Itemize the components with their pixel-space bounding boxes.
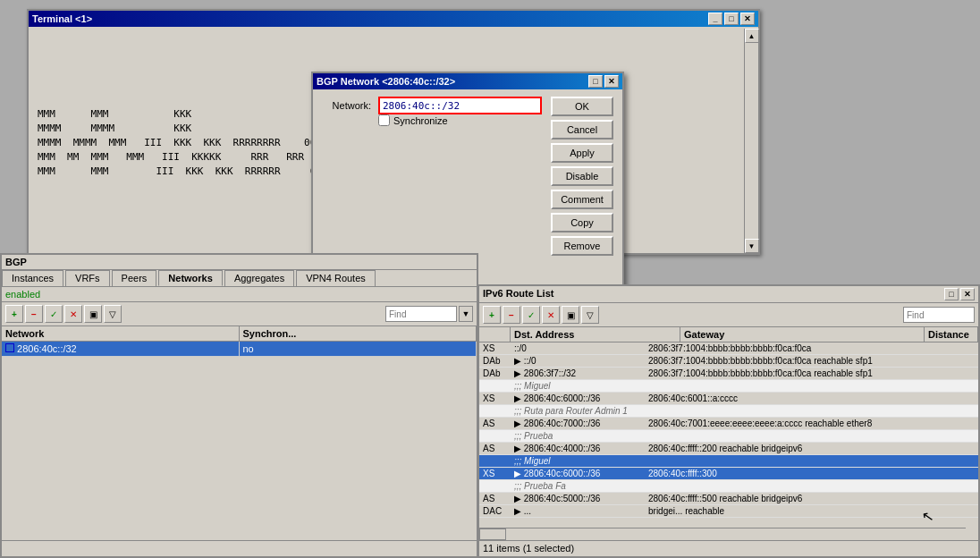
- ipv6-td-dist-7: [929, 493, 978, 504]
- ipv6-status-bar: 11 items (1 selected): [479, 540, 978, 556]
- apply-button[interactable]: Apply: [551, 143, 613, 163]
- ipv6-td-type-2: DAb: [479, 368, 511, 379]
- bgp-dialog-titlebar: BGP Network <2806:40c::/32> □ ✕: [313, 73, 622, 89]
- ipv6-row-comment-miguel-1: ;;; Miguel: [479, 380, 978, 393]
- ipv6-td-type-0: XS: [479, 342, 511, 354]
- ipv6-close-btn[interactable]: ✕: [960, 288, 975, 300]
- hscroll-thumb[interactable]: [479, 528, 506, 540]
- ipv6-td-comment-3: ;;; Prueba: [511, 430, 978, 442]
- ipv6-title-buttons: □ ✕: [944, 288, 975, 300]
- remove-button[interactable]: Remove: [551, 236, 613, 256]
- ipv6-td-dist-0: [929, 342, 978, 354]
- copy-button[interactable]: Copy: [551, 213, 613, 232]
- disable-button[interactable]: ✕: [64, 305, 82, 323]
- ipv6-td-dist-2: [929, 368, 978, 379]
- ipv6-filter-btn[interactable]: ▽: [581, 306, 599, 324]
- ipv6-td-gw-5: 2806:40c:ffff::200 reachable bridgeipv6: [645, 443, 929, 454]
- ipv6-row-comment-prueba: ;;; Prueba: [479, 430, 978, 443]
- terminal-scrollbar[interactable]: ▲ ▼: [744, 29, 758, 253]
- ipv6-td-type-8: DAC: [479, 505, 511, 517]
- ipv6-td-type-4: AS: [479, 418, 511, 429]
- ipv6-row-comment-ruta: ;;; Ruta para Router Admin 1: [479, 405, 978, 418]
- synchronize-checkbox[interactable]: [378, 114, 390, 126]
- ipv6-td-dist-3: [929, 393, 978, 404]
- terminal-titlebar: Terminal <1> _ □ ✕: [29, 11, 758, 27]
- ipv6-td-type-c3: [479, 430, 511, 442]
- ipv6-enable-btn[interactable]: ✓: [522, 306, 540, 324]
- terminal-close-btn[interactable]: ✕: [740, 13, 755, 25]
- terminal-title: Terminal <1>: [32, 13, 92, 24]
- ipv6-td-gw-2: 2806:3f7:1004:bbbb:bbbb:bbbb:f0ca:f0ca r…: [645, 368, 929, 379]
- filter-icon: ▽: [106, 308, 119, 320]
- tab-networks[interactable]: Networks: [158, 270, 223, 286]
- ipv6-td-type-c2: [479, 405, 511, 417]
- ipv6-hscrollbar[interactable]: [479, 528, 966, 540]
- ipv6-disable-btn[interactable]: ✕: [542, 306, 560, 324]
- ok-button[interactable]: OK: [551, 97, 613, 116]
- bgp-tab-bar: Instances VRFs Peers Networks Aggregates…: [2, 270, 477, 287]
- ipv6-row-1[interactable]: DAb ▶ ::/0 2806:3f7:1004:bbbb:bbbb:bbbb:…: [479, 355, 978, 368]
- ipv6-add-btn[interactable]: +: [483, 306, 501, 324]
- ipv6-td-type-1: DAb: [479, 355, 511, 367]
- ipv6-td-dist-5: [929, 443, 978, 454]
- cancel-button[interactable]: Cancel: [551, 120, 613, 140]
- ipv6-row-8[interactable]: DAC ▶ ... bridgei... reachable: [479, 505, 978, 518]
- settings-button[interactable]: ▣: [84, 305, 102, 323]
- bgp-status-bar: [2, 540, 477, 556]
- bgp-search-input[interactable]: [385, 306, 457, 322]
- search-dropdown[interactable]: ▼: [459, 306, 473, 322]
- comment-button[interactable]: Comment: [551, 190, 613, 209]
- ipv6-td-dist-6: [929, 468, 978, 479]
- tab-aggregates[interactable]: Aggregates: [224, 270, 294, 286]
- ipv6-search-input[interactable]: [903, 307, 975, 323]
- bgp-table-header: Network Synchron...: [2, 326, 477, 342]
- ipv6-row-4[interactable]: AS ▶ 2806:40c:7000::/36 2806:40c:7001:ee…: [479, 418, 978, 430]
- terminal-scroll-up[interactable]: ▲: [745, 29, 759, 43]
- synchronize-label: Synchronize: [393, 115, 448, 126]
- ipv6-td-gw-3: 2806:40c:6001::a:cccc: [645, 393, 929, 404]
- bgp-panel-titlebar: BGP: [2, 255, 477, 270]
- bgp-dialog-maximize-btn[interactable]: □: [588, 75, 603, 88]
- tab-vrfs[interactable]: VRFs: [65, 270, 110, 286]
- network-field-row: Network:: [322, 97, 542, 114]
- disable-button[interactable]: Disable: [551, 166, 613, 186]
- bgp-enabled-badge: enabled: [2, 287, 477, 302]
- td-network-value: 2806:40c::/32: [17, 343, 77, 354]
- ipv6-row-7[interactable]: AS ▶ 2806:40c:5000::/36 2806:40c:ffff::5…: [479, 493, 978, 505]
- bgp-dialog-close-btn[interactable]: ✕: [604, 75, 619, 88]
- ipv6-titlebar: IPv6 Route List □ ✕: [479, 286, 978, 303]
- terminal-maximize-btn[interactable]: □: [724, 13, 739, 25]
- filter-button[interactable]: ▽: [104, 305, 122, 323]
- tab-instances[interactable]: Instances: [2, 270, 63, 286]
- ipv6-settings-btn[interactable]: ▣: [562, 306, 579, 324]
- ipv6-title: IPv6 Route List: [483, 288, 553, 300]
- ipv6-maximize-btn[interactable]: □: [944, 288, 959, 300]
- bgp-table-row-0[interactable]: 2806:40c::/32 no: [2, 342, 477, 357]
- td-sync-value: no: [240, 342, 477, 356]
- network-input[interactable]: [378, 97, 542, 114]
- remove-button[interactable]: −: [25, 305, 43, 323]
- terminal-scroll-down[interactable]: ▼: [745, 239, 759, 253]
- terminal-minimize-btn[interactable]: _: [708, 13, 722, 25]
- ipv6-td-addr-4: ▶ 2806:40c:7000::/36: [511, 418, 645, 429]
- tab-vpn4-routes[interactable]: VPN4 Routes: [296, 270, 376, 286]
- ipv6-td-dist-4: [929, 418, 978, 429]
- ipv6-row-6[interactable]: XS ▶ 2806:40c:6000::/36 2806:40c:ffff::3…: [479, 468, 978, 480]
- ipv6-row-3[interactable]: XS ▶ 2806:40c:6000::/36 2806:40c:6001::a…: [479, 393, 978, 405]
- ipv6-row-2[interactable]: DAb ▶ 2806:3f7::/32 2806:3f7:1004:bbbb:b…: [479, 368, 978, 380]
- ipv6-remove-btn[interactable]: −: [503, 306, 520, 324]
- ipv6-td-type-c4: [479, 455, 511, 467]
- bgp-toolbar: + − ✓ ✕ ▣ ▽ ▼: [2, 302, 477, 326]
- add-button[interactable]: +: [5, 305, 23, 323]
- bgp-dialog-left: Network: Synchronize: [322, 97, 542, 279]
- ipv6-panel: IPv6 Route List □ ✕ + − ✓ ✕ ▣ ▽ Dst. Add…: [477, 284, 980, 558]
- ipv6-row-5[interactable]: AS ▶ 2806:40c:4000::/36 2806:40c:ffff::2…: [479, 443, 978, 455]
- ipv6-td-type-7: AS: [479, 493, 511, 504]
- th-synchronize: Synchron...: [240, 326, 477, 341]
- tab-peers[interactable]: Peers: [112, 270, 157, 286]
- ipv6-td-addr-0: ::/0: [511, 342, 645, 354]
- enable-button[interactable]: ✓: [45, 305, 63, 323]
- ipv6-td-addr-3: ▶ 2806:40c:6000::/36: [511, 393, 645, 404]
- settings-icon: ▣: [87, 308, 99, 320]
- ipv6-row-0[interactable]: XS ::/0 2806:3f7:1004:bbbb:bbbb:bbbb:f0c…: [479, 342, 978, 355]
